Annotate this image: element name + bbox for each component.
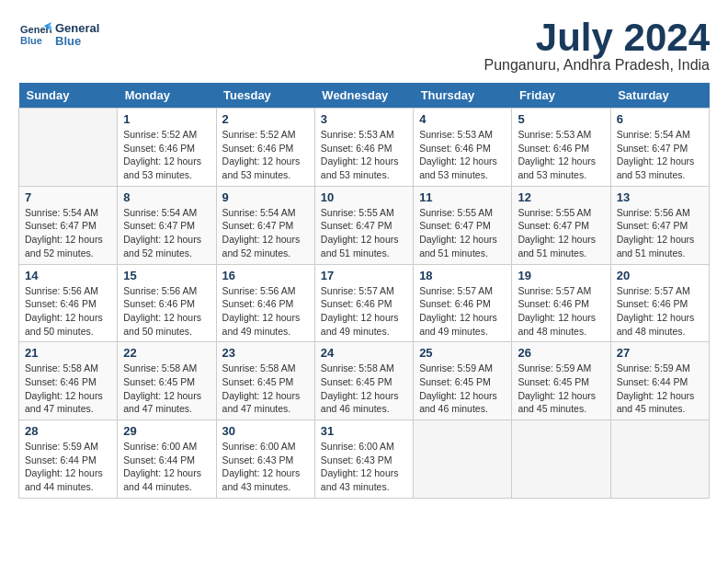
day-detail: Sunrise: 5:59 AMSunset: 6:44 PMDaylight:…	[25, 440, 111, 494]
day-cell: 10Sunrise: 5:55 AMSunset: 6:47 PMDayligh…	[314, 186, 413, 264]
day-cell: 30Sunrise: 6:00 AMSunset: 6:43 PMDayligh…	[216, 420, 314, 499]
day-number: 23	[222, 346, 309, 360]
day-cell: 25Sunrise: 5:59 AMSunset: 6:45 PMDayligh…	[414, 342, 512, 420]
day-cell: 9Sunrise: 5:54 AMSunset: 6:47 PMDaylight…	[216, 186, 314, 264]
logo-text: General Blue	[55, 22, 99, 49]
calendar-body: 1Sunrise: 5:52 AMSunset: 6:46 PMDaylight…	[19, 109, 710, 499]
day-number: 14	[25, 269, 111, 282]
day-cell: 12Sunrise: 5:55 AMSunset: 6:47 PMDayligh…	[512, 186, 610, 264]
day-cell: 17Sunrise: 5:57 AMSunset: 6:46 PMDayligh…	[314, 264, 413, 342]
day-detail: Sunrise: 5:54 AMSunset: 6:47 PMDaylight:…	[123, 206, 210, 260]
day-number: 8	[123, 190, 210, 204]
day-cell: 23Sunrise: 5:58 AMSunset: 6:45 PMDayligh…	[216, 342, 314, 420]
day-cell	[414, 420, 512, 499]
day-number: 5	[518, 112, 604, 126]
day-cell: 7Sunrise: 5:54 AMSunset: 6:47 PMDaylight…	[19, 186, 118, 264]
day-number: 12	[518, 190, 604, 204]
day-detail: Sunrise: 5:59 AMSunset: 6:44 PMDaylight:…	[617, 362, 703, 416]
day-detail: Sunrise: 5:55 AMSunset: 6:47 PMDaylight:…	[419, 206, 506, 260]
title-block: July 2024 Punganuru, Andhra Pradesh, Ind…	[483, 18, 710, 74]
day-detail: Sunrise: 5:52 AMSunset: 6:46 PMDaylight:…	[123, 128, 210, 182]
logo: General Blue General Blue	[18, 18, 99, 52]
day-number: 18	[419, 269, 506, 282]
day-number: 13	[617, 190, 703, 204]
day-detail: Sunrise: 5:59 AMSunset: 6:45 PMDaylight:…	[518, 362, 604, 416]
day-number: 27	[617, 346, 703, 360]
day-number: 28	[25, 424, 111, 438]
day-detail: Sunrise: 5:56 AMSunset: 6:47 PMDaylight:…	[617, 206, 703, 260]
week-row-4: 21Sunrise: 5:58 AMSunset: 6:46 PMDayligh…	[19, 342, 710, 420]
day-cell: 6Sunrise: 5:54 AMSunset: 6:47 PMDaylight…	[610, 109, 709, 187]
day-cell: 4Sunrise: 5:53 AMSunset: 6:46 PMDaylight…	[414, 109, 512, 187]
day-cell: 2Sunrise: 5:52 AMSunset: 6:46 PMDaylight…	[216, 109, 314, 187]
day-number: 11	[419, 190, 506, 204]
weekday-header-sunday: Sunday	[19, 83, 118, 109]
day-cell: 5Sunrise: 5:53 AMSunset: 6:46 PMDaylight…	[512, 109, 610, 187]
day-detail: Sunrise: 6:00 AMSunset: 6:44 PMDaylight:…	[123, 440, 210, 494]
day-cell: 11Sunrise: 5:55 AMSunset: 6:47 PMDayligh…	[414, 186, 512, 264]
day-cell: 27Sunrise: 5:59 AMSunset: 6:44 PMDayligh…	[610, 342, 709, 420]
day-cell	[512, 420, 610, 499]
day-cell: 21Sunrise: 5:58 AMSunset: 6:46 PMDayligh…	[19, 342, 118, 420]
day-number: 2	[222, 112, 309, 126]
day-cell: 13Sunrise: 5:56 AMSunset: 6:47 PMDayligh…	[610, 186, 709, 264]
day-number: 31	[321, 424, 407, 438]
day-cell: 1Sunrise: 5:52 AMSunset: 6:46 PMDaylight…	[118, 109, 216, 187]
day-number: 25	[419, 346, 506, 360]
day-detail: Sunrise: 5:58 AMSunset: 6:45 PMDaylight:…	[222, 362, 309, 416]
weekday-header-tuesday: Tuesday	[216, 83, 314, 109]
logo-icon: General Blue	[18, 18, 51, 52]
day-cell: 18Sunrise: 5:57 AMSunset: 6:46 PMDayligh…	[414, 264, 512, 342]
day-detail: Sunrise: 5:57 AMSunset: 6:46 PMDaylight:…	[617, 284, 703, 339]
day-cell: 22Sunrise: 5:58 AMSunset: 6:45 PMDayligh…	[118, 342, 216, 420]
day-cell: 26Sunrise: 5:59 AMSunset: 6:45 PMDayligh…	[512, 342, 610, 420]
week-row-1: 1Sunrise: 5:52 AMSunset: 6:46 PMDaylight…	[19, 109, 710, 187]
day-number: 20	[617, 269, 703, 282]
day-number: 7	[25, 190, 111, 204]
page-header: General Blue General Blue July 2024 Pung…	[18, 18, 710, 74]
day-detail: Sunrise: 5:59 AMSunset: 6:45 PMDaylight:…	[419, 362, 506, 416]
day-number: 22	[123, 346, 210, 360]
week-row-2: 7Sunrise: 5:54 AMSunset: 6:47 PMDaylight…	[19, 186, 710, 264]
week-row-5: 28Sunrise: 5:59 AMSunset: 6:44 PMDayligh…	[19, 420, 710, 499]
day-cell	[610, 420, 709, 499]
week-row-3: 14Sunrise: 5:56 AMSunset: 6:46 PMDayligh…	[19, 264, 710, 342]
weekday-header-wednesday: Wednesday	[314, 83, 413, 109]
day-detail: Sunrise: 5:57 AMSunset: 6:46 PMDaylight:…	[419, 284, 506, 339]
month-title: July 2024	[483, 18, 710, 57]
day-detail: Sunrise: 5:56 AMSunset: 6:46 PMDaylight:…	[222, 284, 309, 339]
day-detail: Sunrise: 5:57 AMSunset: 6:46 PMDaylight:…	[518, 284, 604, 339]
weekday-header-thursday: Thursday	[414, 83, 512, 109]
day-number: 16	[222, 269, 309, 282]
day-detail: Sunrise: 5:54 AMSunset: 6:47 PMDaylight:…	[25, 206, 111, 260]
day-number: 3	[321, 112, 407, 126]
weekday-header-row: SundayMondayTuesdayWednesdayThursdayFrid…	[19, 83, 710, 109]
day-number: 17	[321, 269, 407, 282]
day-detail: Sunrise: 5:53 AMSunset: 6:46 PMDaylight:…	[518, 128, 604, 182]
day-detail: Sunrise: 6:00 AMSunset: 6:43 PMDaylight:…	[321, 440, 407, 494]
day-detail: Sunrise: 5:53 AMSunset: 6:46 PMDaylight:…	[321, 128, 407, 182]
day-cell: 29Sunrise: 6:00 AMSunset: 6:44 PMDayligh…	[118, 420, 216, 499]
day-number: 26	[518, 346, 604, 360]
day-detail: Sunrise: 5:58 AMSunset: 6:45 PMDaylight:…	[123, 362, 210, 416]
day-number: 9	[222, 190, 309, 204]
day-detail: Sunrise: 5:54 AMSunset: 6:47 PMDaylight:…	[617, 128, 703, 182]
weekday-header-saturday: Saturday	[610, 83, 709, 109]
day-number: 30	[222, 424, 309, 438]
day-detail: Sunrise: 5:55 AMSunset: 6:47 PMDaylight:…	[518, 206, 604, 260]
weekday-header-friday: Friday	[512, 83, 610, 109]
day-number: 6	[617, 112, 703, 126]
day-number: 1	[123, 112, 210, 126]
day-cell: 31Sunrise: 6:00 AMSunset: 6:43 PMDayligh…	[314, 420, 413, 499]
day-number: 10	[321, 190, 407, 204]
day-number: 19	[518, 269, 604, 282]
day-number: 15	[123, 269, 210, 282]
day-number: 21	[25, 346, 111, 360]
day-cell: 24Sunrise: 5:58 AMSunset: 6:45 PMDayligh…	[314, 342, 413, 420]
day-cell: 14Sunrise: 5:56 AMSunset: 6:46 PMDayligh…	[19, 264, 118, 342]
day-cell: 16Sunrise: 5:56 AMSunset: 6:46 PMDayligh…	[216, 264, 314, 342]
day-number: 24	[321, 346, 407, 360]
day-detail: Sunrise: 5:58 AMSunset: 6:45 PMDaylight:…	[321, 362, 407, 416]
day-cell: 3Sunrise: 5:53 AMSunset: 6:46 PMDaylight…	[314, 109, 413, 187]
location: Punganuru, Andhra Pradesh, India	[483, 57, 710, 74]
